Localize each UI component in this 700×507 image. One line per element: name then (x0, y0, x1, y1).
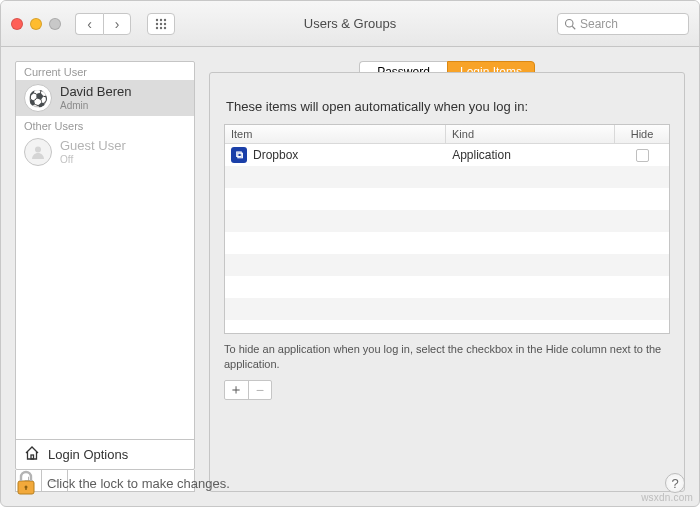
back-button[interactable]: ‹ (75, 13, 103, 35)
table-row (225, 210, 669, 232)
table-row (225, 276, 669, 298)
svg-rect-12 (31, 455, 34, 459)
home-icon (24, 445, 40, 464)
svg-point-5 (164, 22, 166, 24)
titlebar: ‹ › Users & Groups Search (1, 1, 699, 47)
table-header: Item Kind Hide (225, 125, 669, 144)
login-items-header: These items will open automatically when… (224, 95, 670, 116)
svg-point-9 (566, 19, 574, 27)
row-name: Dropbox (253, 148, 298, 162)
svg-point-3 (156, 22, 158, 24)
guest-avatar-icon (24, 138, 52, 166)
column-kind[interactable]: Kind (446, 125, 615, 143)
login-items-table: Item Kind Hide ⧉ Dropbox Application (224, 124, 670, 334)
svg-rect-15 (25, 487, 26, 490)
other-users-label: Other Users (16, 116, 194, 134)
search-input[interactable]: Search (557, 13, 689, 35)
user-list: Current User ⚽ David Beren Admin Other U… (15, 61, 195, 470)
remove-item-button: − (249, 381, 272, 399)
minimize-window-button[interactable] (30, 18, 42, 30)
row-kind: Application (446, 144, 615, 166)
search-icon (564, 18, 576, 30)
lock-text: Click the lock to make changes. (47, 476, 230, 491)
svg-point-11 (35, 147, 41, 153)
column-hide[interactable]: Hide (615, 125, 669, 143)
svg-point-8 (164, 26, 166, 28)
dropbox-icon: ⧉ (231, 147, 247, 163)
user-sidebar: Current User ⚽ David Beren Admin Other U… (15, 61, 195, 492)
table-row (225, 166, 669, 188)
hide-checkbox[interactable] (636, 149, 649, 162)
svg-line-10 (572, 26, 575, 29)
search-placeholder: Search (580, 17, 618, 31)
table-body: ⧉ Dropbox Application (225, 144, 669, 333)
user-name: Guest User (60, 139, 126, 153)
main-panel: Password Login Items These items will op… (209, 61, 685, 492)
table-row (225, 254, 669, 276)
column-item[interactable]: Item (225, 125, 446, 143)
table-row (225, 232, 669, 254)
window-title: Users & Groups (304, 16, 396, 31)
svg-point-7 (160, 26, 162, 28)
item-add-remove: ＋ − (224, 380, 272, 400)
watermark: wsxdn.com (641, 492, 693, 503)
svg-point-4 (160, 22, 162, 24)
login-items-panel: These items will open automatically when… (209, 72, 685, 492)
current-user-label: Current User (16, 62, 194, 80)
svg-point-1 (160, 18, 162, 20)
login-options-label: Login Options (48, 447, 128, 462)
show-all-button[interactable] (147, 13, 175, 35)
help-button[interactable]: ? (665, 473, 685, 493)
user-item-current[interactable]: ⚽ David Beren Admin (16, 80, 194, 116)
lock-button[interactable] (15, 470, 37, 496)
avatar-icon: ⚽ (24, 84, 52, 112)
prefs-window: ‹ › Users & Groups Search Current User ⚽… (0, 0, 700, 507)
svg-point-2 (164, 18, 166, 20)
user-role: Off (60, 154, 126, 165)
forward-button[interactable]: › (103, 13, 131, 35)
table-row (225, 298, 669, 320)
user-item-guest[interactable]: Guest User Off (16, 134, 194, 170)
zoom-window-button (49, 18, 61, 30)
content: Current User ⚽ David Beren Admin Other U… (1, 61, 699, 506)
user-role: Admin (60, 100, 132, 111)
footer: Click the lock to make changes. ? (15, 470, 685, 496)
add-item-button[interactable]: ＋ (225, 381, 249, 399)
table-row (225, 188, 669, 210)
close-window-button[interactable] (11, 18, 23, 30)
window-controls (11, 18, 61, 30)
svg-point-0 (156, 18, 158, 20)
svg-point-6 (156, 26, 158, 28)
hide-hint-text: To hide an application when you log in, … (224, 342, 670, 372)
login-options-button[interactable]: Login Options (16, 439, 194, 469)
table-row[interactable]: ⧉ Dropbox Application (225, 144, 669, 166)
user-name: David Beren (60, 85, 132, 99)
nav-buttons: ‹ › (75, 13, 131, 35)
